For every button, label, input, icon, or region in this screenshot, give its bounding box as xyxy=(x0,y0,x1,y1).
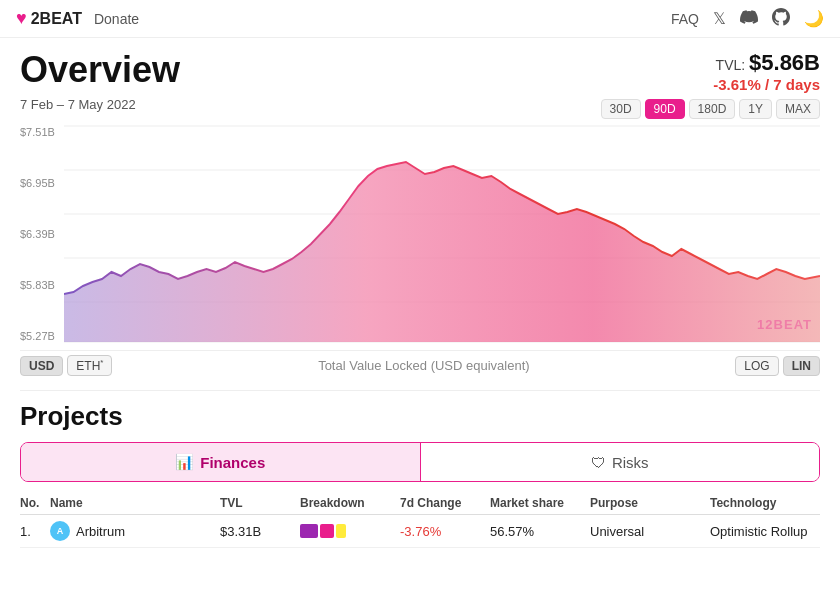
eth-asterisk: * xyxy=(100,358,103,367)
logo[interactable]: ♥ 2BEAT xyxy=(16,8,82,29)
row-no: 1. xyxy=(20,524,50,539)
overview-title-block: Overview xyxy=(20,50,180,90)
twitter-icon[interactable]: 𝕏 xyxy=(713,9,726,28)
date-range: 7 Feb – 7 May 2022 xyxy=(20,97,136,112)
tvl-value: $5.86B xyxy=(749,50,820,75)
scale-btn-log[interactable]: LOG xyxy=(735,356,778,376)
main-content: Overview TVL: $5.86B -3.61% / 7 days 7 F… xyxy=(0,38,840,548)
col-no: No. xyxy=(20,496,50,510)
donate-link[interactable]: Donate xyxy=(94,11,139,27)
project-logo: A xyxy=(50,521,70,541)
time-btn-90d[interactable]: 90D xyxy=(645,99,685,119)
bar-seg-3 xyxy=(336,524,346,538)
overview-header: Overview TVL: $5.86B -3.61% / 7 days xyxy=(20,50,820,93)
finances-icon: 📊 xyxy=(175,453,194,471)
row-purpose: Universal xyxy=(590,524,710,539)
y-label-5: $5.27B xyxy=(20,330,64,342)
tvl-inline: TVL: $5.86B xyxy=(713,50,820,76)
col-7d-change: 7d Change xyxy=(400,496,490,510)
tvl-block: TVL: $5.86B -3.61% / 7 days xyxy=(713,50,820,93)
chart-center-label: Total Value Locked (USD equivalent) xyxy=(112,358,735,373)
chart-container: $7.51B $6.95B $6.39B $5.83B $5.27B xyxy=(20,124,820,344)
col-name: Name xyxy=(50,496,220,510)
tabs-row: 📊 Finances 🛡 Risks xyxy=(20,442,820,482)
row-market-share: 56.57% xyxy=(490,524,590,539)
chart-svg-wrapper: 12BEAT xyxy=(64,124,820,344)
time-btn-1y[interactable]: 1Y xyxy=(739,99,772,119)
github-icon[interactable] xyxy=(772,8,790,30)
time-buttons: 30D 90D 180D 1Y MAX xyxy=(601,99,820,119)
y-label-4: $5.83B xyxy=(20,279,64,291)
row-tvl: $3.31B xyxy=(220,524,300,539)
tvl-label: TVL: xyxy=(716,57,746,73)
tvl-change: -3.61% / 7 days xyxy=(713,76,820,93)
tab-finances[interactable]: 📊 Finances xyxy=(21,443,421,481)
col-purpose: Purpose xyxy=(590,496,710,510)
projects-title: Projects xyxy=(20,401,820,432)
chart-bottom: USD ETH* Total Value Locked (USD equival… xyxy=(20,350,820,380)
logo-text: 2BEAT xyxy=(31,10,82,28)
discord-icon[interactable] xyxy=(740,10,758,28)
section-divider xyxy=(20,390,820,391)
header-left: ♥ 2BEAT Donate xyxy=(16,8,139,29)
project-name-text: Arbitrum xyxy=(76,524,125,539)
col-technology: Technology xyxy=(710,496,830,510)
time-btn-max[interactable]: MAX xyxy=(776,99,820,119)
y-label-3: $6.39B xyxy=(20,228,64,240)
faq-link[interactable]: FAQ xyxy=(671,11,699,27)
chart-scale-buttons: LOG LIN xyxy=(735,356,820,376)
tab-risks[interactable]: 🛡 Risks xyxy=(421,443,820,481)
time-btn-180d[interactable]: 180D xyxy=(689,99,736,119)
y-axis-labels: $7.51B $6.95B $6.39B $5.83B $5.27B xyxy=(20,124,64,344)
tab-finances-label: Finances xyxy=(200,454,265,471)
table-row[interactable]: 1. A Arbitrum $3.31B -3.76% 56.57% Unive… xyxy=(20,515,820,548)
header-right: FAQ 𝕏 🌙 xyxy=(671,8,824,30)
scale-btn-lin[interactable]: LIN xyxy=(783,356,820,376)
projects-section: Projects 📊 Finances 🛡 Risks No. Name TVL… xyxy=(20,401,820,548)
chart-controls-row: 7 Feb – 7 May 2022 30D 90D 180D 1Y MAX xyxy=(20,97,820,120)
unit-btn-usd[interactable]: USD xyxy=(20,356,63,376)
project-name: A Arbitrum xyxy=(50,521,220,541)
overview-title: Overview xyxy=(20,50,180,90)
bar-seg-1 xyxy=(300,524,318,538)
chart-bottom-left: USD ETH* xyxy=(20,355,112,376)
chart-svg xyxy=(64,124,820,344)
logo-heart-icon: ♥ xyxy=(16,8,27,29)
col-tvl: TVL xyxy=(220,496,300,510)
unit-btn-eth[interactable]: ETH* xyxy=(67,355,112,376)
risks-icon: 🛡 xyxy=(591,454,606,471)
row-technology: Optimistic Rollup xyxy=(710,524,830,539)
time-btn-30d[interactable]: 30D xyxy=(601,99,641,119)
tab-risks-label: Risks xyxy=(612,454,649,471)
col-market-share: Market share xyxy=(490,496,590,510)
header: ♥ 2BEAT Donate FAQ 𝕏 🌙 xyxy=(0,0,840,38)
col-breakdown: Breakdown xyxy=(300,496,400,510)
table-header: No. Name TVL Breakdown 7d Change Market … xyxy=(20,492,820,515)
y-label-1: $7.51B xyxy=(20,126,64,138)
y-label-2: $6.95B xyxy=(20,177,64,189)
theme-toggle-icon[interactable]: 🌙 xyxy=(804,9,824,28)
chart-watermark: 12BEAT xyxy=(757,317,812,332)
bar-seg-2 xyxy=(320,524,334,538)
breakdown-bars xyxy=(300,524,400,538)
row-change: -3.76% xyxy=(400,524,490,539)
